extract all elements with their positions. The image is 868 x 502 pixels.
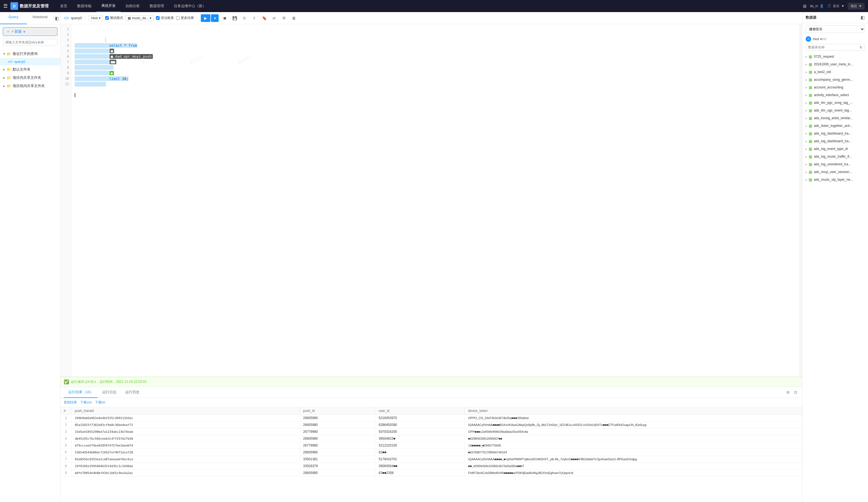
- minimize-icon[interactable]: ⊟: [785, 389, 791, 396]
- right-panel: 数据源 ◧ 建德音乐 H mus ■ost ↻ ▸ ▦ 0725_request…: [802, 12, 868, 502]
- result-tab-icons: ⊟ ⊡: [785, 389, 799, 396]
- col-userid: user_id: [375, 407, 465, 415]
- cell-pushid: 26605980: [300, 435, 375, 442]
- sidebar-search-input[interactable]: [3, 39, 58, 46]
- copy-result-btn[interactable]: 复制结果: [64, 400, 77, 405]
- table-name-label: ads_moyi_user_session...: [814, 170, 865, 174]
- table-list-item[interactable]: ▸ ▦ a_test2_old: [802, 68, 868, 76]
- cell-token: ■637680775​1789566740104: [465, 449, 802, 456]
- bookmark-button[interactable]: 🔖: [260, 14, 268, 22]
- hive-select[interactable]: Hive ▾: [89, 15, 103, 21]
- table-list-item[interactable]: ▸ ▦ ads_log_unordered_tra...: [802, 160, 868, 168]
- user-area[interactable]: da_m 👤: [810, 4, 824, 8]
- table-list-item[interactable]: ▸ ▦ ads_itm_pgc_song_tag_...: [802, 99, 868, 106]
- menu-icon[interactable]: ☰: [3, 3, 8, 9]
- syntax-check-checkbox[interactable]: 语法检查: [156, 15, 174, 20]
- new-button[interactable]: ＋ + 新建 ▾: [3, 27, 58, 36]
- editor-body[interactable]: 建德音乐 建德音乐 建德音乐 建德音乐 建德音乐 建德音乐 12345 6789…: [60, 24, 802, 377]
- music-area[interactable]: 🎵 音乐 ▼: [827, 4, 844, 9]
- table-icon: ▦: [809, 154, 812, 159]
- format-button[interactable]: ⇄: [270, 14, 278, 22]
- folder-icon-2: 📁: [7, 67, 11, 72]
- result-tab-results[interactable]: 运行结果（10）: [64, 387, 98, 398]
- maximize-icon[interactable]: ⊡: [792, 389, 799, 396]
- stop-button[interactable]: ⏹: [221, 14, 228, 22]
- brand: D 数据开发及管理: [10, 2, 49, 10]
- table-list-item[interactable]: ▸ ▦ account_accounting: [802, 83, 868, 91]
- nav-ops[interactable]: 任务运维中心（新）: [169, 0, 211, 12]
- tree-recent-header[interactable]: ▾ 📁 最近打开的查询: [0, 50, 60, 58]
- folder-icon-4: 📁: [7, 84, 11, 88]
- result-table[interactable]: # push_traceid push_id user_id device_to…: [60, 407, 802, 502]
- test-mode-checkbox[interactable]: 测试模式: [105, 15, 123, 20]
- datasource-select[interactable]: 建德音乐: [806, 25, 865, 33]
- table-search-input[interactable]: [806, 44, 865, 51]
- result-tab-history[interactable]: 运行历史: [121, 387, 144, 398]
- delete-button[interactable]: 🗑: [290, 14, 298, 22]
- table-list-item[interactable]: ▸ ▦ activity_interface_select: [802, 91, 868, 99]
- cell-traceid: 53654d544b80dcf16927ef4071dce728: [71, 449, 300, 456]
- table-list-item[interactable]: ▸ ▦ ads_log_dashboard_tra...: [802, 129, 868, 137]
- download-txt-btn[interactable]: 下载txt: [95, 400, 105, 405]
- cell-token: 16■■■■■_■5566775690: [465, 442, 802, 449]
- table-name-label: a_test2_old: [814, 70, 865, 74]
- datasource-current: H mus ■ost: [806, 36, 865, 42]
- table-name-label: account_accounting: [814, 85, 865, 89]
- code-area[interactable]: select * from ■ ■.dwd_opr_moyi_push ■■ ■…: [71, 24, 799, 377]
- project-area[interactable]: 项目 ▼: [848, 3, 865, 10]
- expand-arrow-icon: ▸: [806, 109, 807, 112]
- run-dropdown-button[interactable]: ▾: [211, 14, 219, 22]
- refresh-icon[interactable]: ↻: [859, 45, 862, 50]
- success-message: ✅ 运行成功 (14.9) s，运行时间：2021-11-24 22:03:02: [60, 377, 802, 387]
- table-icon: ▦: [809, 139, 812, 143]
- table-icon: ▦: [809, 85, 812, 90]
- code-line-9: [75, 125, 796, 131]
- result-tab-log[interactable]: 运行日志: [98, 387, 121, 398]
- datasource-dropdown[interactable]: 建德音乐: [806, 25, 865, 33]
- table-list-item[interactable]: ▸ ▦ ads_music_vip_layer_ne...: [802, 176, 868, 184]
- right-panel-collapse-btn[interactable]: ◧: [860, 15, 865, 20]
- table-list-item[interactable]: ▸ ▦ accompany_song_genre...: [802, 76, 868, 83]
- nav-transfer[interactable]: 数据传输: [72, 0, 96, 12]
- table-list-item[interactable]: ▸ ▦ 20161008_user_meta_in...: [802, 60, 868, 68]
- table-list-item[interactable]: ▸ ▦ ads_log_event_type_di: [802, 145, 868, 153]
- nav-data-mgmt[interactable]: 数据管理: [145, 0, 169, 12]
- tab-query[interactable]: Query: [0, 12, 27, 24]
- sidebar-collapse-btn[interactable]: ◧: [54, 12, 60, 24]
- cell-userid: 3950481​5■: [375, 435, 465, 442]
- tab-notebook[interactable]: Notebook: [27, 12, 54, 24]
- tree-folder-default[interactable]: ▸ 📁 默认文件夹: [0, 65, 60, 74]
- col-traceid: push_traceid: [71, 407, 300, 415]
- expand-arrow-icon: ▸: [806, 124, 807, 127]
- nav-offline-dev[interactable]: 离线开发: [96, 0, 121, 12]
- save-button[interactable]: 💾: [231, 14, 238, 22]
- tree-item-query0[interactable]: </> query0: [0, 58, 60, 65]
- table-row: 4 db45145c7bc566ceeb3c47f25fb2fb58 26605…: [60, 435, 802, 442]
- cell-num: 6: [60, 449, 71, 456]
- table-list-item[interactable]: ▸ ▦ ads_listen_together_acti...: [802, 122, 868, 129]
- copy-button[interactable]: ⎘: [241, 14, 248, 22]
- table-list-item[interactable]: ▸ ▦ ads_log_music_traffic_fl...: [802, 153, 868, 160]
- table-list-item[interactable]: ▸ ▦ ads_itm_ugc_event_tag...: [802, 106, 868, 114]
- more-results-checkbox[interactable]: 更多结果: [176, 15, 194, 20]
- table-list-item[interactable]: ▸ ▦ ads_moyi_user_session...: [802, 168, 868, 176]
- table-list-item[interactable]: ▸ ▦ ads_log_dashboard_tra...: [802, 137, 868, 145]
- nav-home[interactable]: 首页: [55, 0, 72, 12]
- table-list-item[interactable]: ▸ ▦ ads_ksong_artist_similar...: [802, 114, 868, 122]
- cell-num: 2: [60, 421, 71, 428]
- nav-analysis[interactable]: 自助分析: [121, 0, 145, 12]
- compress-button[interactable]: ⧉: [280, 14, 288, 22]
- tree-folder-shared[interactable]: ▸ 📁 项目内共享文件夹: [0, 74, 60, 82]
- table-list-item[interactable]: ▸ ▦ 0725_request: [802, 53, 868, 60]
- code-line-5: [75, 104, 796, 109]
- vertical-scrollbar[interactable]: [799, 24, 802, 377]
- download-csv-btn[interactable]: 下载csv: [80, 400, 92, 405]
- share-button[interactable]: ⇧: [250, 14, 258, 22]
- content-area: </> query0 Hive ▾ 测试模式 ▦ music_de... ▾ 语…: [60, 12, 802, 502]
- db-select[interactable]: ▦ music_de... ▾: [125, 15, 154, 21]
- sidebar: Query Notebook ◧ ＋ + 新建 ▾ ▾ 📁 最近打开的查询 </…: [0, 12, 60, 502]
- table-row: 3 15d5a41055290be7a1234abc23b74eab 26779…: [60, 428, 802, 435]
- expand-icon[interactable]: ⊞: [803, 3, 806, 9]
- run-button[interactable]: ▶: [201, 14, 210, 22]
- tree-folder-group-shared[interactable]: ▸ 📁 项目组内共享文件夹: [0, 82, 60, 90]
